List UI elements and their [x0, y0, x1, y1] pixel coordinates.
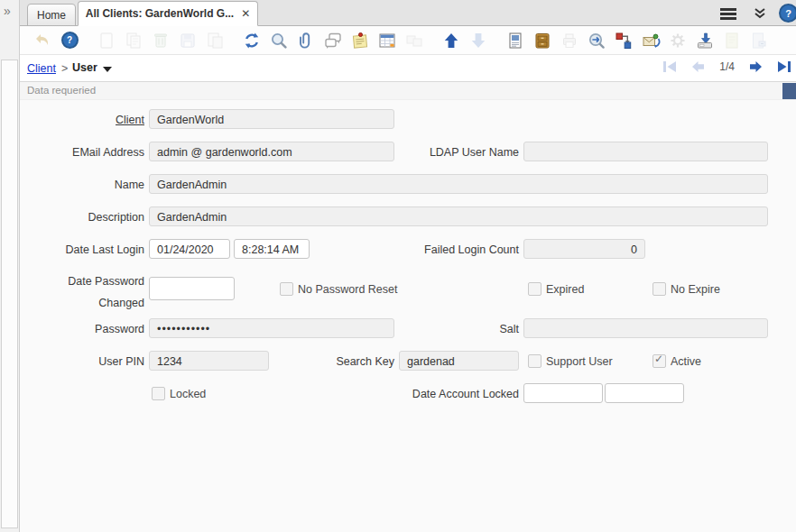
tab-home[interactable]: Home	[27, 4, 76, 26]
name-field[interactable]: GardenAdmin	[149, 174, 768, 194]
record-position: 1/4	[719, 60, 735, 73]
print-preview-icon	[587, 31, 606, 50]
copy-record-icon	[124, 31, 143, 50]
parent-record-icon	[441, 31, 461, 50]
client-label[interactable]: Client	[36, 114, 144, 127]
copy-record-button[interactable]	[123, 30, 144, 51]
previous-record-icon	[690, 60, 707, 74]
date-password-changed-field[interactable]	[149, 277, 235, 300]
workflow-icon	[614, 31, 634, 50]
date-account-locked-time-field[interactable]	[605, 383, 684, 403]
close-icon[interactable]: ✕	[241, 7, 250, 20]
print-preview-button[interactable]	[586, 30, 607, 51]
date-last-login-time-field[interactable]: 8:28:14 AM	[234, 239, 310, 259]
breadcrumb-client-link[interactable]: Client	[27, 62, 56, 75]
workflow-button[interactable]	[613, 30, 634, 51]
menu-icon[interactable]	[720, 8, 736, 19]
date-account-locked-label: Date Account Locked	[402, 388, 519, 401]
name-label: Name	[36, 179, 144, 192]
first-record-button[interactable]	[662, 60, 678, 74]
save-button[interactable]	[177, 30, 199, 51]
failed-login-count-field[interactable]: 0	[523, 239, 645, 259]
undo-icon	[32, 31, 52, 50]
ldap-user-field[interactable]	[523, 142, 768, 161]
collapse-all-icon[interactable]	[753, 7, 767, 23]
save-create-new-icon	[205, 31, 225, 50]
print-button[interactable]	[559, 30, 580, 51]
no-password-reset-checkbox[interactable]	[280, 282, 293, 296]
help-icon: ?	[61, 32, 79, 49]
date-last-login-label: Date Last Login	[36, 243, 144, 257]
detail-grid-button[interactable]	[403, 30, 425, 51]
archive-button[interactable]	[532, 30, 553, 51]
support-user-checkbox[interactable]	[528, 354, 541, 368]
description-field[interactable]: GardenAdmin	[149, 206, 768, 226]
tab-all-clients[interactable]: All Clients: GardenWorld G... ✕	[78, 1, 258, 26]
last-record-icon	[776, 60, 792, 74]
report-button[interactable]	[504, 30, 526, 51]
attachment-button[interactable]	[295, 30, 317, 51]
refresh-button[interactable]	[241, 30, 263, 51]
previous-record-button[interactable]	[690, 60, 707, 74]
breadcrumb-current-tab[interactable]: User	[72, 61, 97, 74]
expand-panel-icon[interactable]: »	[4, 4, 11, 18]
tab-home-label: Home	[37, 9, 66, 22]
parent-record-button[interactable]	[440, 30, 462, 51]
first-record-icon	[662, 60, 678, 74]
locked-checkbox-row[interactable]: Locked	[152, 387, 206, 400]
date-account-locked-date-field[interactable]	[523, 383, 603, 403]
find-icon	[269, 31, 289, 50]
expired-label: Expired	[546, 283, 584, 296]
chat-button[interactable]	[322, 30, 344, 51]
client-field[interactable]: GardenWorld	[149, 109, 394, 129]
csv-import-button[interactable]	[748, 30, 770, 51]
export-icon	[695, 31, 715, 50]
chevron-down-icon[interactable]	[103, 67, 112, 72]
help-icon[interactable]: ?	[779, 4, 796, 23]
detail-record-button[interactable]	[467, 30, 489, 51]
note-button[interactable]	[349, 30, 371, 51]
new-record-icon	[97, 31, 116, 50]
process-button[interactable]	[667, 30, 689, 51]
delete-record-button[interactable]	[150, 30, 171, 51]
grid-toggle-button[interactable]	[376, 30, 398, 51]
save-create-new-button[interactable]	[204, 30, 226, 51]
active-checkbox[interactable]	[653, 354, 666, 368]
new-record-button[interactable]	[96, 30, 117, 51]
west-panel-collapsed[interactable]: »	[0, 0, 20, 532]
undo-button[interactable]	[32, 30, 53, 51]
next-record-button[interactable]	[747, 60, 764, 74]
east-collapse-handle[interactable]	[782, 83, 796, 99]
salt-field[interactable]	[523, 318, 768, 338]
app-window: » Home All Clients: GardenWorld G... ✕ ?…	[0, 0, 796, 532]
record-navigation: 1/4	[662, 60, 792, 74]
no-expire-label: No Expire	[671, 283, 720, 296]
status-bar: Data requeried	[20, 82, 796, 100]
email-field[interactable]: admin @ gardenworld.com	[149, 142, 394, 161]
chat-icon	[323, 31, 343, 50]
detail-grid-icon	[404, 31, 424, 50]
export-button[interactable]	[694, 30, 716, 51]
no-password-reset-checkbox-row[interactable]: No Password Reset	[280, 282, 397, 296]
date-last-login-date-field[interactable]: 01/24/2020	[149, 239, 230, 259]
find-button[interactable]	[268, 30, 290, 51]
export-file-icon	[722, 31, 742, 50]
no-expire-checkbox-row[interactable]: No Expire	[653, 282, 720, 296]
no-expire-checkbox[interactable]	[653, 282, 666, 296]
locked-checkbox[interactable]	[152, 387, 165, 400]
export-file-button[interactable]	[721, 30, 743, 51]
support-user-checkbox-row[interactable]: Support User	[528, 354, 613, 368]
user-pin-field[interactable]: 1234	[149, 351, 269, 371]
failed-login-count-label: Failed Login Count	[402, 243, 519, 257]
password-field[interactable]: •••••••••••	[149, 318, 394, 338]
locked-label: Locked	[170, 388, 206, 400]
last-record-button[interactable]	[776, 60, 792, 74]
search-key-field[interactable]: gardenad	[399, 351, 519, 371]
help-button[interactable]: ?	[59, 30, 80, 51]
expired-checkbox-row[interactable]: Expired	[528, 282, 584, 296]
expired-checkbox[interactable]	[528, 282, 541, 296]
requests-button[interactable]	[640, 30, 662, 51]
active-checkbox-row[interactable]: Active	[653, 354, 701, 368]
refresh-icon	[242, 31, 262, 50]
process-icon	[668, 31, 688, 50]
